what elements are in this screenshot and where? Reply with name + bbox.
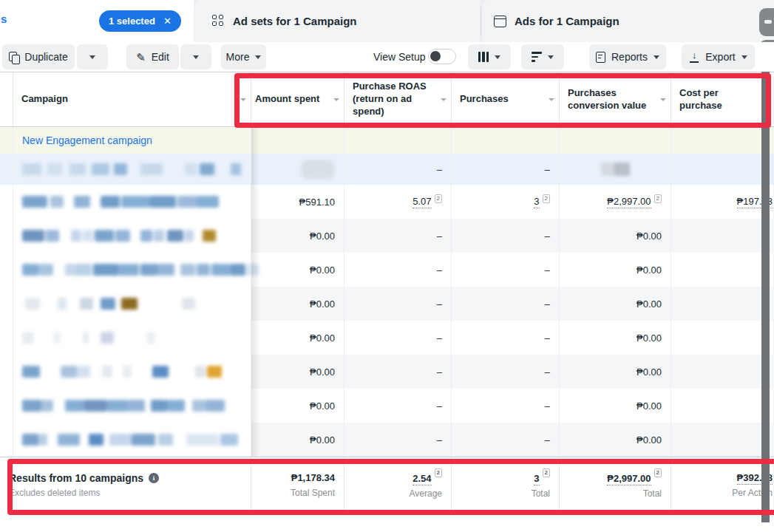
table-row[interactable]: ₱0.00 – – ₱0.00	[0, 253, 774, 287]
redacted-value	[560, 163, 630, 176]
footnote-marker: 2	[435, 468, 442, 477]
row-checkbox-cell[interactable]	[0, 423, 13, 457]
total-amount-spent-cell: ₱1,178.34 Total Spent	[251, 457, 344, 513]
metric-value: ₱0.00	[310, 231, 335, 242]
sort-caret-icon[interactable]	[333, 98, 339, 101]
average-roas-value[interactable]: 2.54	[413, 473, 431, 485]
column-header-amount-spent[interactable]: Amount spent	[251, 72, 344, 126]
more-label: More	[226, 51, 250, 63]
table-row[interactable]: New Engagement campaign	[0, 127, 774, 154]
metric-value: –	[437, 231, 442, 242]
column-header-purchases-label: Purchases	[460, 93, 546, 106]
tab-ads[interactable]: Ads for 1 Campaign	[482, 0, 774, 42]
duplicate-label: Duplicate	[24, 51, 67, 63]
breakdown-button[interactable]	[521, 44, 564, 69]
tab-ads-label: Ads for 1 Campaign	[515, 15, 619, 27]
metric-value-link[interactable]: 5.07	[413, 196, 431, 208]
metric-value: ₱0.00	[636, 400, 662, 412]
metric-value: –	[545, 265, 550, 276]
duplicate-button[interactable]: Duplicate	[2, 44, 75, 69]
clear-selection-icon[interactable]: ✕	[163, 16, 172, 27]
metric-value-link[interactable]: ₱2,997.00	[607, 196, 651, 208]
more-button[interactable]: More	[221, 44, 266, 69]
metric-value: –	[545, 434, 550, 446]
row-checkbox-cell[interactable]	[0, 219, 13, 253]
metric-value: ₱0.00	[636, 299, 662, 310]
table-header-row: Campaign Amount spent Purchase ROAS (ret…	[0, 72, 774, 127]
column-header-purchase-roas[interactable]: Purchase ROAS (return on ad spend)	[344, 72, 452, 126]
chevron-down-icon	[255, 55, 261, 59]
column-header-cost-per-purchase-label: Cost per purchase	[679, 87, 737, 112]
table-row-selected[interactable]: – –	[0, 154, 774, 185]
row-checkbox-cell[interactable]	[0, 154, 13, 185]
vertical-scrollbar[interactable]	[761, 72, 770, 522]
metric-value: ₱0.00	[310, 265, 335, 276]
chevron-down-icon	[89, 55, 95, 59]
select-all-checkbox-column[interactable]	[0, 72, 13, 126]
metric-value: –	[437, 332, 442, 344]
reports-button[interactable]: Reports	[589, 44, 666, 69]
export-button[interactable]: ↓ Export	[682, 44, 755, 69]
table-row[interactable]: ₱591.10 5.072 32 ₱2,997.002 ₱197.03	[0, 185, 774, 219]
metric-value: –	[437, 164, 442, 175]
reports-label: Reports	[611, 51, 648, 63]
sort-caret-icon[interactable]	[660, 98, 666, 101]
metric-value: –	[545, 231, 550, 242]
metric-value: –	[437, 265, 442, 276]
metric-value: ₱0.00	[310, 400, 335, 412]
metric-value: –	[545, 299, 550, 310]
redacted-campaign-name	[22, 366, 222, 378]
row-checkbox-cell[interactable]	[0, 185, 13, 219]
footnote-marker: 2	[654, 194, 662, 203]
toolbar: Duplicate ✎ Edit More View Setup Reports…	[0, 42, 774, 72]
sort-caret-icon[interactable]	[240, 98, 246, 101]
tab-bar: s 1 selected ✕ Ad sets for 1 Campaign Ad…	[0, 0, 774, 42]
table-row[interactable]: ₱0.00 – – ₱0.00	[0, 287, 774, 321]
table-row[interactable]: ₱0.00 – – ₱0.00	[0, 389, 774, 423]
chevron-down-icon	[654, 55, 659, 59]
table-row[interactable]: ₱0.00 – – ₱0.00	[0, 423, 774, 457]
view-setup-toggle[interactable]	[428, 49, 456, 64]
sort-caret-icon[interactable]	[441, 98, 447, 101]
ads-icon	[494, 16, 506, 27]
column-header-conversion-value[interactable]: Purchases conversion value	[560, 72, 671, 126]
metric-value: –	[437, 366, 442, 378]
metric-value-link[interactable]: 3	[534, 196, 539, 208]
row-checkbox-cell[interactable]	[0, 355, 13, 389]
info-icon[interactable]: i	[149, 473, 159, 483]
metric-value: ₱0.00	[636, 231, 662, 242]
column-header-campaign[interactable]: Campaign	[13, 72, 251, 126]
row-checkbox-cell[interactable]	[0, 127, 13, 154]
metric-value: ₱0.00	[636, 265, 662, 276]
campaign-name-link[interactable]: New Engagement campaign	[22, 134, 152, 146]
redacted-campaign-name	[22, 298, 195, 310]
edit-label: Edit	[152, 51, 169, 63]
total-purchases-value[interactable]: 3	[534, 473, 539, 485]
floating-button-cutoff-top[interactable]	[759, 8, 774, 36]
total-purchases-cell: 32 Total	[452, 457, 560, 513]
selected-count-badge[interactable]: 1 selected ✕	[99, 10, 181, 32]
total-conversion-value[interactable]: ₱2,997.00	[607, 473, 651, 485]
row-checkbox-cell[interactable]	[0, 287, 13, 321]
tab-campaigns[interactable]: s 1 selected ✕	[0, 0, 194, 42]
toggle-knob	[430, 51, 441, 61]
duplicate-dropdown-button[interactable]	[77, 44, 108, 69]
table-row[interactable]: ₱0.00 – – ₱0.00	[0, 321, 774, 355]
row-checkbox-cell[interactable]	[0, 253, 13, 287]
redacted-campaign-name	[22, 332, 155, 344]
table-row[interactable]: ₱0.00 – – ₱0.00	[0, 219, 774, 253]
edit-dropdown-button[interactable]	[180, 44, 211, 69]
metric-value: ₱0.00	[310, 434, 335, 446]
metric-value: –	[545, 164, 550, 175]
column-header-cost-per-purchase[interactable]: Cost per purchase	[671, 72, 774, 126]
row-checkbox-cell[interactable]	[0, 321, 13, 355]
table-row[interactable]: ₱0.00 – – ₱0.00	[0, 355, 774, 389]
sort-caret-icon[interactable]	[549, 98, 554, 101]
results-summary-row: Results from 10 campaigns i Excludes del…	[0, 457, 774, 513]
row-checkbox-cell[interactable]	[0, 389, 13, 423]
results-summary-subtitle: Excludes deleted items	[9, 488, 100, 498]
columns-button[interactable]	[468, 44, 511, 69]
edit-button[interactable]: ✎ Edit	[126, 44, 179, 69]
column-header-purchases[interactable]: Purchases	[452, 72, 560, 126]
tab-ad-sets[interactable]: Ad sets for 1 Campaign	[194, 0, 480, 42]
